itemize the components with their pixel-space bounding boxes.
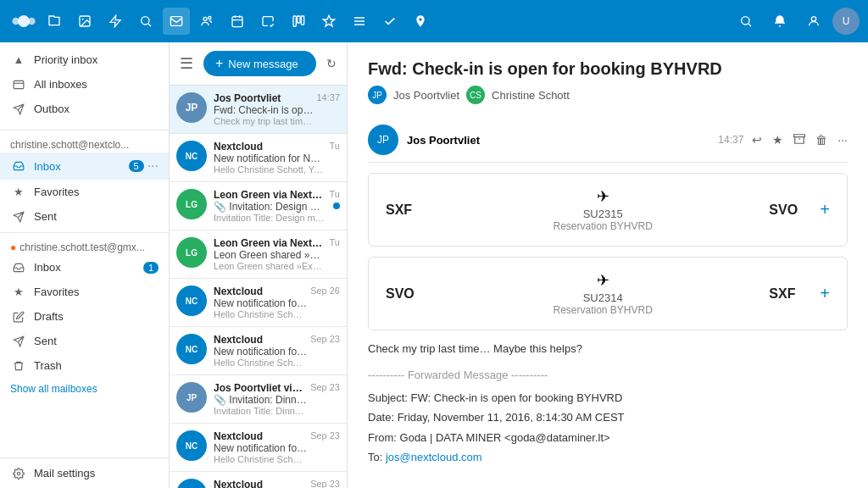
add-flight-1-button[interactable]: +: [820, 200, 830, 219]
inbox-icon-2: [10, 262, 27, 274]
favorites-icon-1: ★: [10, 186, 27, 198]
svg-point-4: [82, 19, 84, 20]
svg-marker-13: [323, 15, 334, 26]
sidebar-item-priority-inbox[interactable]: ▲ Priority inbox: [0, 47, 169, 72]
activity-icon[interactable]: [102, 8, 129, 35]
archive-icon[interactable]: [793, 133, 805, 147]
list-menu-icon[interactable]: ☰: [176, 51, 197, 76]
svg-point-14: [742, 17, 749, 25]
email-list-header: ☰ + New message ↻: [170, 42, 347, 86]
sidebar-item-inbox-2[interactable]: Inbox 1: [0, 255, 169, 280]
to-avatar: CS: [466, 86, 485, 104]
email-item[interactable]: LG Leon Green via Nextcloud Leon Green s…: [170, 230, 347, 279]
forward-divider: ---------- Forwarded Message ----------: [368, 369, 848, 381]
email-item[interactable]: LG Leon Green via Nextcloud 📎 Invitation…: [170, 182, 347, 230]
notifications-icon[interactable]: [766, 8, 793, 35]
svg-rect-10: [293, 16, 296, 26]
calendar-icon[interactable]: [224, 8, 251, 35]
sidebar-item-sent-2[interactable]: Sent: [0, 329, 169, 353]
svg-point-7: [203, 17, 207, 20]
email-item[interactable]: NC Nextcloud New notification for Nex...…: [170, 472, 347, 488]
email-content: Nextcloud New notification for Nextcloud…: [214, 334, 307, 368]
svg-point-8: [209, 16, 211, 19]
outbox-icon: [10, 103, 27, 115]
email-avatar: NC: [176, 479, 207, 488]
email-item[interactable]: NC Nextcloud New notification for Nextcl…: [170, 424, 347, 472]
plane-icon-1: ✈: [437, 187, 769, 206]
email-avatar: NC: [176, 286, 207, 316]
show-all-mailboxes[interactable]: Show all mailboxes: [0, 378, 169, 400]
email-item[interactable]: NC Nextcloud New notification for Nextcl…: [170, 134, 347, 182]
topbar: U: [0, 0, 868, 42]
maps-icon[interactable]: [407, 8, 434, 35]
message-sender-avatar: JP: [368, 125, 398, 155]
email-content: Nextcloud New notification for Nex... He…: [214, 479, 307, 488]
sidebar-item-favorites-2[interactable]: ★ Favorites: [0, 280, 169, 304]
svg-point-1: [12, 18, 19, 25]
main-area: ▲ Priority inbox All inboxes Outbox chri…: [0, 42, 868, 488]
sidebar-item-sent-1[interactable]: Sent: [0, 204, 169, 229]
user-settings-icon[interactable]: [800, 8, 827, 35]
drafts-icon: [10, 311, 27, 323]
email-content: Leon Green via Nextcloud Leon Green shar…: [214, 237, 326, 271]
add-flight-2-button[interactable]: +: [820, 284, 830, 303]
tasks-icon[interactable]: [376, 8, 403, 35]
email-list-scroll[interactable]: JP Jos Poortvliet Fwd: Check-in is open …: [170, 86, 347, 488]
forward-meta: Subject: FW: Check-in is open for bookin…: [368, 388, 848, 468]
email-avatar: JP: [176, 92, 207, 123]
mail-settings-item[interactable]: Mail settings: [0, 458, 169, 488]
svg-rect-6: [170, 17, 181, 26]
more-actions-icon[interactable]: ···: [837, 133, 848, 147]
email-avatar: NC: [176, 430, 207, 461]
reply-icon[interactable]: ↩: [752, 133, 762, 147]
list-icon[interactable]: [346, 8, 373, 35]
email-item[interactable]: JP Jos Poortvliet via Ne... 📎 Invitation…: [170, 375, 347, 424]
sidebar: ▲ Priority inbox All inboxes Outbox chri…: [0, 42, 170, 488]
email-avatar: LG: [176, 189, 207, 219]
sidebar-item-favorites-1[interactable]: ★ Favorites: [0, 180, 169, 204]
sidebar-item-drafts-2[interactable]: Drafts: [0, 304, 169, 329]
email-from-line: JP Jos Poortvliet CS Christine Schott: [368, 86, 848, 104]
priority-inbox-icon: ▲: [10, 53, 27, 66]
svg-point-17: [17, 472, 20, 475]
email-content: Nextcloud New notification for Nextcloud…: [214, 141, 326, 175]
email-item[interactable]: NC Nextcloud New notification for Nextcl…: [170, 327, 347, 375]
files-icon[interactable]: [41, 8, 68, 35]
contacts-icon[interactable]: [193, 8, 220, 35]
svg-rect-12: [301, 16, 303, 25]
email-item[interactable]: NC Nextcloud New notification for Nextcl…: [170, 279, 347, 327]
email-detail-panel: Fwd: Check-in is open for booking BYHVRD…: [348, 42, 868, 488]
email-body-text: Check my trip last time… Maybe this help…: [368, 341, 848, 358]
bookmarks-icon[interactable]: [315, 8, 342, 35]
delete-icon[interactable]: 🗑: [815, 133, 827, 147]
sidebar-item-trash-2[interactable]: Trash: [0, 353, 169, 378]
svg-rect-9: [232, 17, 242, 27]
plane-icon-2: ✈: [437, 271, 769, 290]
sidebar-item-all-inboxes[interactable]: All inboxes: [0, 72, 169, 97]
sidebar-item-outbox[interactable]: Outbox: [0, 97, 169, 121]
search-topbar-icon[interactable]: [732, 8, 760, 35]
svg-point-5: [142, 17, 149, 25]
user-avatar[interactable]: U: [832, 8, 860, 35]
inbox-icon-1: [10, 160, 27, 172]
forward-to-email[interactable]: jos@nextcloud.com: [386, 451, 482, 463]
message-header: JP Jos Poortvliet 14:37 ↩ ★ 🗑 ···: [368, 118, 848, 163]
mail-icon[interactable]: [163, 8, 190, 35]
inbox-more-icon[interactable]: ···: [147, 158, 159, 174]
email-item[interactable]: JP Jos Poortvliet Fwd: Check-in is open …: [170, 86, 347, 134]
sidebar-item-inbox-1[interactable]: Inbox 5 ···: [0, 152, 169, 180]
notes-icon[interactable]: [254, 8, 281, 35]
trash-icon: [10, 360, 27, 372]
new-message-button[interactable]: + New message: [203, 51, 316, 76]
deck-icon[interactable]: [285, 8, 312, 35]
sent-icon-2: [10, 336, 27, 347]
refresh-icon[interactable]: ↻: [323, 53, 340, 74]
search-main-icon[interactable]: [132, 8, 159, 35]
email-avatar: LG: [176, 237, 207, 268]
app-logo[interactable]: [8, 6, 39, 36]
plus-icon: +: [215, 56, 223, 71]
photos-icon[interactable]: [71, 8, 98, 35]
star-icon[interactable]: ★: [772, 133, 783, 147]
svg-point-15: [811, 17, 815, 21]
email-list-panel: ☰ + New message ↻ JP Jos Poortvliet Fwd:…: [170, 42, 348, 488]
